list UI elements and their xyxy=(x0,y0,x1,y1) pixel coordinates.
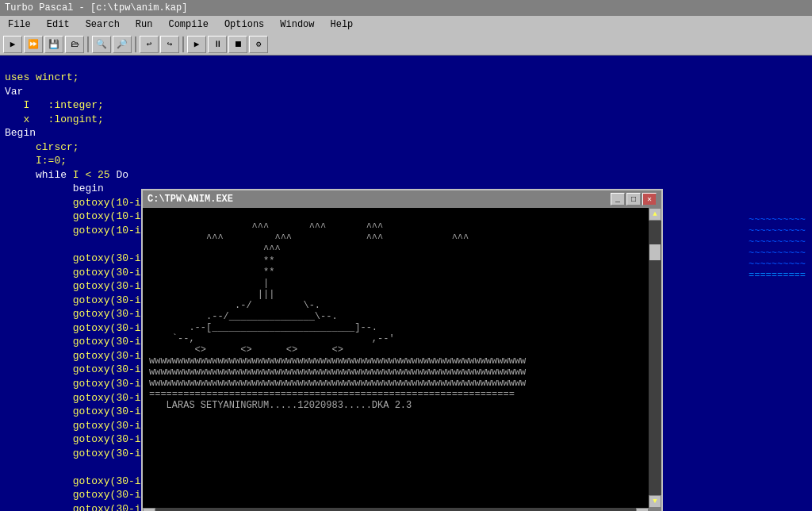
toolbar-btn-11[interactable]: ⏹ xyxy=(228,36,247,53)
dos-art-line-16: ========================================… xyxy=(149,389,515,400)
dos-art-line-13: wwwwwwwwwwwwwwwwwwwwwwwwwwwwwwwwwwwwwwww… xyxy=(149,355,526,367)
title-bar: Turbo Pascal - [c:\tpw\anim.kap] xyxy=(0,0,812,16)
toolbar-btn-8[interactable]: ↪ xyxy=(160,36,179,53)
dos-title-bar: C:\TPW\ANIM.EXE _ □ ✕ xyxy=(143,190,661,208)
code-line-1: uses wincrt; xyxy=(5,71,79,83)
menu-help[interactable]: Help xyxy=(323,17,362,32)
editor-area[interactable]: uses wincrt; Var I :integer; x :longint;… xyxy=(0,56,812,511)
toolbar-btn-3[interactable]: 💾 xyxy=(44,36,63,53)
dos-art-line-17: LARAS SETYANINGRUM.....12020983.....DKA … xyxy=(149,400,412,411)
scroll-thumb-v[interactable] xyxy=(649,244,661,260)
dos-art-line-15: wwwwwwwwwwwwwwwwwwwwwwwwwwwwwwwwwwwwwwww… xyxy=(149,378,526,389)
dos-art-line-8: .-/ \-. xyxy=(149,300,320,311)
title-text: Turbo Pascal - [c:\tpw\anim.kap] xyxy=(5,2,187,13)
menu-run[interactable]: Run xyxy=(128,17,161,32)
toolbar-btn-12[interactable]: ⚙ xyxy=(249,36,268,53)
dos-close-btn[interactable]: ✕ xyxy=(642,193,657,206)
scroll-track-v[interactable] xyxy=(649,221,661,495)
code-line-6: clrscr; xyxy=(5,141,79,153)
toolbar-btn-5[interactable]: 🔍 xyxy=(92,36,111,53)
dos-art-line-11: `--, ,--' xyxy=(149,333,395,344)
toolbar-btn-1[interactable]: ▶ xyxy=(3,36,22,53)
dos-art-line-6: | xyxy=(149,278,269,289)
toolbar-btn-2[interactable]: ⏩ xyxy=(24,36,43,53)
toolbar-btn-4[interactable]: 🗁 xyxy=(65,36,84,53)
dos-art-line-2: ^^^ ^^^ ^^^ ^^^ xyxy=(149,233,469,244)
toolbar-btn-9[interactable]: ▶ xyxy=(187,36,206,53)
dos-art-line-5: ** xyxy=(149,267,274,278)
scroll-right-arrow[interactable]: ▶ xyxy=(636,508,649,511)
dos-art-line-7: ||| xyxy=(149,289,274,300)
code-line-5: Begin xyxy=(5,127,36,139)
dos-content: ^^^ ^^^ ^^^ ^^^ ^^^ ^^^ ^^^ ^^^ ** ** | … xyxy=(143,208,649,508)
dos-art-line-10: .--[_________________________]--. xyxy=(149,322,377,333)
scroll-track-h[interactable] xyxy=(155,508,636,511)
dos-art-line-9: .--/_______________\--. xyxy=(149,311,338,322)
dos-bottom: ◀ ▶ xyxy=(143,508,661,511)
dos-title-text: C:\TPW\ANIM.EXE xyxy=(147,194,233,205)
dos-art-line-12: <> <> <> <> xyxy=(149,344,343,355)
menu-compile[interactable]: Compile xyxy=(160,17,216,32)
toolbar-btn-7[interactable]: ↩ xyxy=(140,36,159,53)
menu-file[interactable]: File xyxy=(0,17,39,32)
code-line-4: x :longint; xyxy=(5,113,104,125)
code-line-8: while I < 25 Do xyxy=(5,169,128,181)
right-decoration: ~~~~~~~~~~ ~~~~~~~~~~ ~~~~~~~~~~ ~~~~~~~… xyxy=(749,214,812,281)
dos-art-line-1: ^^^ ^^^ ^^^ xyxy=(149,222,383,233)
toolbar-btn-6[interactable]: 🔎 xyxy=(113,36,132,53)
toolbar-btn-10[interactable]: ⏸ xyxy=(208,36,227,53)
dos-minimize-btn[interactable]: _ xyxy=(611,193,625,206)
dos-art-line-3: ^^^ xyxy=(149,244,281,256)
code-line-2: Var xyxy=(5,86,23,98)
toolbar: ▶ ⏩ 💾 🗁 🔍 🔎 ↩ ↪ ▶ ⏸ ⏹ ⚙ xyxy=(0,33,812,56)
dos-art-line-14: wwwwwwwwwwwwwwwwwwwwwwwwwwwwwwwwwwwwwwww… xyxy=(149,367,526,378)
scroll-down-arrow[interactable]: ▼ xyxy=(649,495,661,508)
turbo-pascal-window: Turbo Pascal - [c:\tpw\anim.kap] File Ed… xyxy=(0,0,812,511)
dos-scrollbar-vertical[interactable]: ▲ ▼ xyxy=(649,208,661,508)
toolbar-sep-2 xyxy=(135,36,136,52)
code-line-9: begin xyxy=(5,182,104,194)
scroll-corner xyxy=(649,508,661,511)
menu-options[interactable]: Options xyxy=(216,17,272,32)
dos-window: C:\TPW\ANIM.EXE _ □ ✕ ^^^ ^^^ ^^^ ^^^ ^^… xyxy=(141,189,663,511)
dos-art-line-4: ** xyxy=(149,256,274,267)
menu-window[interactable]: Window xyxy=(272,17,322,32)
scroll-left-arrow[interactable]: ◀ xyxy=(143,508,155,511)
toolbar-sep-1 xyxy=(87,36,89,52)
toolbar-sep-3 xyxy=(182,36,184,52)
menu-search[interactable]: Search xyxy=(78,17,128,32)
code-line-7: I:=0; xyxy=(5,155,67,167)
menu-edit[interactable]: Edit xyxy=(39,17,78,32)
dos-scrollbar-horizontal[interactable]: ◀ ▶ xyxy=(143,508,649,511)
dos-content-wrapper: ^^^ ^^^ ^^^ ^^^ ^^^ ^^^ ^^^ ^^^ ** ** | … xyxy=(143,208,661,508)
menu-bar: File Edit Search Run Compile Options Win… xyxy=(0,16,812,33)
dos-controls: _ □ ✕ xyxy=(611,193,657,206)
code-line-3: I :integer; xyxy=(5,99,104,111)
scroll-up-arrow[interactable]: ▲ xyxy=(649,208,661,221)
dos-maximize-btn[interactable]: □ xyxy=(626,193,641,206)
